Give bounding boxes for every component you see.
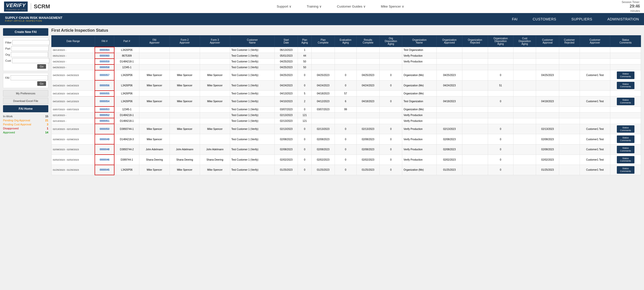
cell-fai-num[interactable]: 0000045 (95, 165, 114, 175)
nav-customers[interactable]: CUSTOMERS (533, 17, 556, 21)
nav-administration[interactable]: ADMINISTRATION (607, 17, 639, 21)
table-row: 04/25/2023 -0000059D1484218-1Test Custom… (52, 59, 641, 64)
cell-fai-num[interactable]: 0000046 (95, 155, 114, 165)
table-row: 04/25/2023 - 04/25/20230000057L3426P06Mi… (52, 70, 641, 81)
cell-fai-num[interactable]: 0000060 (95, 53, 114, 59)
status-comments-button[interactable]: Status Comments (617, 98, 634, 105)
cell-customer-name: Test Customer 1 (Verify) (230, 165, 275, 175)
cell-fai-num[interactable]: 0000064 (95, 47, 114, 53)
support-link[interactable]: Support ∨ (277, 5, 292, 8)
cell-status-comments[interactable]: Status Comments (610, 165, 641, 175)
customer-guides-link[interactable]: Customer Guides ∨ (337, 5, 366, 8)
filter-input[interactable] (12, 40, 50, 45)
cell-plan-complete: 04/18/2023 (312, 91, 335, 96)
cell-status-comments[interactable]: Status Comments (610, 124, 641, 134)
download-excel-button[interactable]: Download Excel File (3, 98, 48, 104)
cell-org-disp-aging2 (488, 106, 513, 112)
create-new-fai-button[interactable]: Create New FAI (3, 28, 48, 36)
cell-form2-approver (170, 47, 200, 53)
cell-fai-num[interactable]: 0000050 (95, 124, 114, 134)
table-row: 02/13/2023 - 02/13/20230000050D3893744-1… (52, 124, 641, 134)
cell-cust-disp-aging (513, 165, 536, 175)
cell-cust-approval: 04/25/2023 (536, 70, 559, 81)
cell-plan-complete: 02/08/2023 (312, 134, 335, 144)
cell-plan-complete (312, 53, 335, 59)
user-menu[interactable]: Mike Spencer ∨ (381, 5, 404, 8)
status-comments-button[interactable]: Status Comments (617, 146, 634, 153)
cell-status-comments[interactable]: Status Comments (610, 155, 641, 165)
cell-org-approved (437, 106, 462, 112)
cell-fai-approver (139, 118, 170, 124)
cell-part-num: 12345-1 (114, 64, 139, 70)
table-row: 04/25/2023 -000005812345-1Test Customer … (52, 64, 641, 70)
go-button-2[interactable]: Go (37, 81, 46, 86)
cell-org-name (402, 64, 437, 70)
table-row: 02/13/2023 -0000051D1484218-1Test Custom… (52, 118, 641, 124)
cell-org-approved: 04/18/2023 (437, 96, 462, 107)
cust-input[interactable] (12, 58, 49, 63)
cell-plan-aging: 0 (298, 124, 312, 134)
cell-fai-num[interactable]: 0000048 (95, 144, 114, 155)
status-comments-button[interactable]: Status Comments (617, 135, 634, 143)
cell-plan-aging: 5 (298, 91, 312, 96)
status-comments-button[interactable]: Status Comments (617, 82, 634, 89)
status-comments-button[interactable]: Status Comments (617, 71, 634, 79)
cell-cust-disp-aging (513, 106, 536, 112)
cell-fai-num[interactable]: 0000049 (95, 134, 114, 144)
cell-results-complete: 02/02/2023 (356, 155, 380, 165)
cell-customer-name: Test Customer 1 (Verify) (230, 112, 275, 118)
cell-status-comments[interactable]: Status Comments (610, 80, 641, 91)
cell-cust-rejected (559, 53, 580, 59)
status-comments-button[interactable]: Status Comments (617, 156, 634, 164)
cell-org-disp-aging2: 0 (488, 155, 513, 165)
cell-fai-num[interactable]: 0000051 (95, 118, 114, 124)
org-input[interactable] (11, 52, 48, 57)
cell-cust-approval (536, 47, 559, 53)
cell-customer-name: Test Customer 1 (Verify) (230, 91, 275, 96)
my-preferences-button[interactable]: My Preferences (3, 90, 48, 97)
fai-home-button[interactable]: FAI Home (3, 105, 48, 112)
cell-fai-num[interactable]: 0000056 (95, 80, 114, 91)
cell-plan-aging: 2 (298, 96, 312, 107)
cell-fai-num[interactable]: 0000053 (95, 106, 114, 112)
cell-status-comments[interactable]: Status Comments (610, 96, 641, 107)
cell-cust-approval (536, 118, 559, 124)
cell-status-comments[interactable]: Status Comments (610, 134, 641, 144)
cell-fai-num[interactable]: 0000057 (95, 70, 114, 81)
cell-date-range: 02/02/2023 - 02/02/2023 (52, 155, 95, 165)
cell-status-comments (610, 91, 641, 96)
cell-results-complete (356, 118, 380, 124)
part-input[interactable] (11, 46, 49, 51)
cell-results-complete: 02/13/2023 (356, 124, 380, 134)
cell-form2-approver (170, 106, 200, 112)
cell-fai-num[interactable]: 0000054 (95, 96, 114, 107)
cell-date-range: 04/10/2023 - 04/12/2023 (52, 96, 95, 107)
fai-input[interactable] (11, 75, 48, 80)
cell-plan-complete (312, 47, 335, 53)
nav-suppliers[interactable]: SUPPLIERS (571, 17, 592, 21)
cell-org-rejected (462, 64, 488, 70)
nav-fai[interactable]: FAI (512, 17, 518, 21)
status-comments-button[interactable]: Status Comments (617, 166, 634, 174)
cell-plan-aging: 0 (298, 106, 312, 112)
cell-fai-num[interactable]: 0000059 (95, 59, 114, 64)
status-comments-button[interactable]: Status Comments (617, 125, 634, 133)
cell-org-rejected (462, 106, 488, 112)
cell-fai-num[interactable]: 0000058 (95, 64, 114, 70)
cell-status-comments (610, 118, 641, 124)
cell-status-comments[interactable]: Status Comments (610, 70, 641, 81)
cell-part-num: D1484218-1 (114, 59, 139, 64)
cell-fai-num[interactable]: 0000055 (95, 91, 114, 96)
cell-results-complete: 04/24/2023 (356, 80, 380, 91)
cell-org-name: Verify Production (402, 59, 437, 64)
cell-org-disp-aging (380, 47, 402, 53)
go-button-1[interactable]: Go (37, 64, 46, 69)
training-link[interactable]: Training ∨ (307, 5, 322, 8)
cell-fai-num[interactable]: 0000052 (95, 112, 114, 118)
cell-cust-approval (536, 80, 559, 91)
col-part-num: Part # (114, 35, 139, 47)
cell-form2-approver (170, 118, 200, 124)
cell-status-comments[interactable]: Status Comments (610, 144, 641, 155)
cell-eval-aging (335, 53, 356, 59)
cell-org-disp-aging2: 0 (488, 144, 513, 155)
